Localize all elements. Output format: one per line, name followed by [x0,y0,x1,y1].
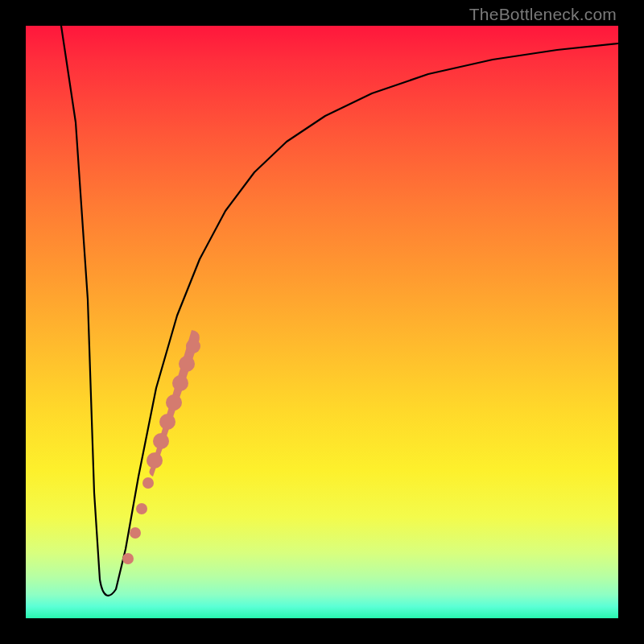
marker-dot [172,375,188,391]
marker-dot [142,477,154,489]
marker-dot [130,527,141,539]
marker-dot [147,452,163,469]
marker-dot [186,339,200,353]
marker-dot [179,356,195,372]
chart-svg [26,26,618,618]
watermark-text: TheBottleneck.com [469,5,617,24]
plot-area [26,26,618,618]
marker-dot [136,503,147,514]
highlighted-segment [122,330,200,564]
marker-dot [122,553,134,564]
chart-frame: TheBottleneck.com [0,0,644,644]
marker-dot [159,414,175,430]
marker-dot [166,394,182,411]
marker-dot [153,433,169,449]
